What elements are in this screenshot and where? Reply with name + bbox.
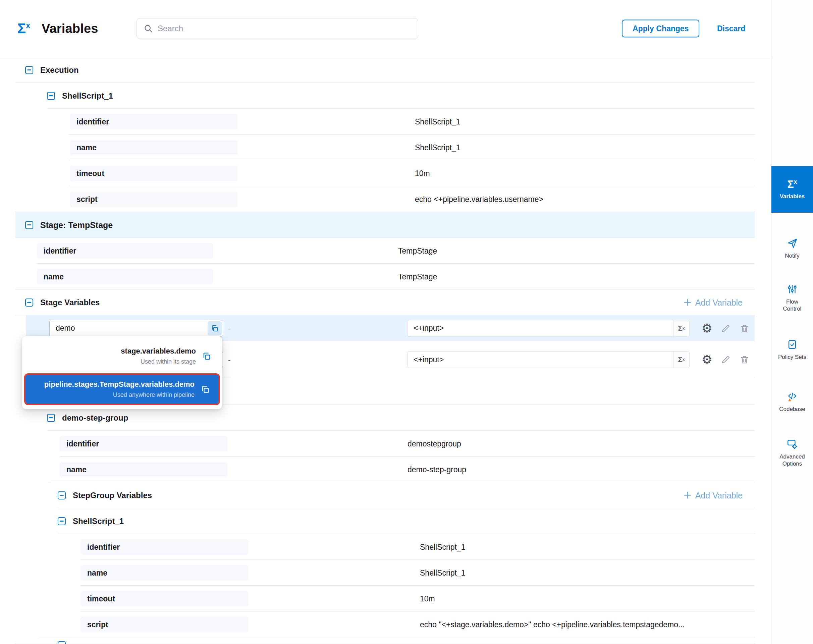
field-label: name xyxy=(37,269,213,284)
sigma-x-icon: Σx xyxy=(787,179,797,190)
collapse-icon[interactable] xyxy=(58,491,66,500)
popup-option-stage-scope[interactable]: stage.variables.demo Used within its sta… xyxy=(22,339,222,372)
collapse-icon[interactable] xyxy=(58,517,66,525)
expression-sigma-icon[interactable]: Σx xyxy=(673,351,689,368)
variable-settings-button[interactable]: ⚙ xyxy=(699,352,715,367)
search-input[interactable] xyxy=(158,24,411,33)
field-label: identifier xyxy=(70,114,238,129)
variable-name-input[interactable]: demo xyxy=(49,320,223,337)
field-label: name xyxy=(80,565,248,581)
collapse-icon[interactable] xyxy=(25,299,33,307)
variable-name-text: demo xyxy=(50,324,208,333)
tree-row-shellscript1-inner: ShellScript_1 xyxy=(0,508,755,534)
variable-reference-popup: stage.variables.demo Used within its sta… xyxy=(22,336,222,409)
copy-icon xyxy=(201,385,210,394)
tree-row-stage-variables: Stage Variables Add Variable xyxy=(0,290,755,315)
variable-value-input[interactable]: <+input> Σx xyxy=(407,351,690,368)
field-value: echo <+pipeline.variables.username> xyxy=(415,195,543,204)
sidebar-item-flow-control[interactable]: Flow Control xyxy=(772,278,813,317)
field-row-script: script echo "<+stage.variables.demo>" ec… xyxy=(0,612,755,637)
section-label: ShellScript_1 xyxy=(62,91,113,101)
page-title: Variables xyxy=(41,21,98,35)
collapse-icon[interactable] xyxy=(25,66,33,74)
variable-description: - xyxy=(228,324,231,333)
popup-option-texts: pipeline.stages.TempStage.variables.demo… xyxy=(44,380,195,399)
section-label: Stage Variables xyxy=(40,298,100,307)
field-label: name xyxy=(60,462,227,477)
expression-sigma-icon[interactable]: Σx xyxy=(673,320,689,336)
discard-button[interactable]: Discard xyxy=(717,24,745,33)
sigma-x-logo-icon: Σx xyxy=(17,20,30,37)
field-label: timeout xyxy=(70,166,238,181)
variable-delete-button[interactable] xyxy=(737,352,752,367)
field-value: ShellScript_1 xyxy=(415,143,460,152)
field-row-timeout: timeout 10m xyxy=(0,160,755,186)
collapse-icon[interactable] xyxy=(58,641,66,644)
field-row-name: name demo-step-group xyxy=(0,457,755,482)
tree-row-execution: Execution xyxy=(0,57,755,83)
tree-row-stage-tempstage: Stage: TempStage xyxy=(0,212,755,238)
variables-panel: Σx Variables Apply Changes Discard Execu… xyxy=(0,0,813,644)
add-variable-button[interactable]: Add Variable xyxy=(683,491,742,500)
trash-icon xyxy=(739,354,750,365)
section-label: StepGroup Variables xyxy=(73,491,152,500)
copy-variable-button[interactable] xyxy=(208,321,222,336)
variable-value-input[interactable]: <+input> Σx xyxy=(407,320,690,337)
panel-header: Σx Variables Apply Changes Discard xyxy=(0,0,771,57)
popup-option-pipeline-scope[interactable]: pipeline.stages.TempStage.variables.demo… xyxy=(24,373,220,405)
field-value: echo "<+stage.variables.demo>" echo <+pi… xyxy=(420,620,684,629)
variable-edit-button[interactable] xyxy=(718,352,733,367)
field-value: demo-step-group xyxy=(408,465,466,474)
tree-row-stepgroup-variables: StepGroup Variables Add Variable xyxy=(0,482,755,508)
variable-edit-button[interactable] xyxy=(718,321,733,336)
section-label: demo-step-group xyxy=(62,413,128,423)
variables-table: Execution ShellScript_1 identifier Shell… xyxy=(0,57,755,644)
field-value: demostepgroup xyxy=(408,439,461,448)
sidebar-item-variables[interactable]: Σx Variables xyxy=(772,166,813,213)
copy-icon xyxy=(211,324,219,333)
field-value: ShellScript_1 xyxy=(415,117,460,126)
field-value: TempStage xyxy=(398,246,437,255)
edit-pencil-icon xyxy=(721,324,731,333)
section-label: Execution xyxy=(40,65,79,75)
codebase-icon xyxy=(787,391,798,402)
edit-pencil-icon xyxy=(721,354,731,365)
field-row-name: name TempStage xyxy=(0,264,755,290)
plus-icon xyxy=(683,491,692,500)
variable-scope: Used anywhere within pipeline xyxy=(44,391,195,399)
add-variable-button[interactable]: Add Variable xyxy=(683,297,742,307)
field-label: identifier xyxy=(60,436,227,451)
copy-icon xyxy=(202,351,211,361)
field-row-identifier: identifier demostepgroup xyxy=(0,431,755,457)
collapse-icon[interactable] xyxy=(25,221,33,229)
variable-value-text: <+input> xyxy=(408,355,673,364)
variable-scope: Used within its stage xyxy=(121,358,196,365)
variable-delete-button[interactable] xyxy=(737,321,752,336)
field-value: ShellScript_1 xyxy=(420,542,466,551)
sidebar-item-codebase[interactable]: Codebase xyxy=(772,386,813,417)
gear-icon: ⚙ xyxy=(702,354,712,366)
field-value: ShellScript_1 xyxy=(420,568,466,577)
tree-row-shellscript1: ShellScript_1 xyxy=(0,83,755,109)
search-box xyxy=(137,18,418,39)
apply-changes-button[interactable]: Apply Changes xyxy=(622,20,699,37)
sidebar-item-advanced-options[interactable]: Advanced Options xyxy=(772,433,813,473)
advanced-options-icon xyxy=(787,439,798,450)
variable-settings-button[interactable]: ⚙ xyxy=(699,321,715,336)
field-value: 10m xyxy=(415,169,430,178)
collapse-icon[interactable] xyxy=(47,414,55,422)
main-column: Σx Variables Apply Changes Discard Execu… xyxy=(0,0,771,644)
partial-row xyxy=(0,637,755,644)
section-label: ShellScript_1 xyxy=(73,517,124,526)
sidebar-item-policy-sets[interactable]: Policy Sets xyxy=(772,330,813,369)
gear-icon: ⚙ xyxy=(702,322,712,334)
variable-description: - xyxy=(228,355,231,364)
variable-path: stage.variables.demo xyxy=(121,347,196,356)
field-row-timeout: timeout 10m xyxy=(0,586,755,612)
field-label: name xyxy=(70,140,238,155)
collapse-icon[interactable] xyxy=(47,92,55,100)
send-icon xyxy=(787,238,798,249)
field-row-identifier: identifier ShellScript_1 xyxy=(0,534,755,560)
field-label: identifier xyxy=(37,243,213,259)
sidebar-item-notify[interactable]: Notify xyxy=(772,233,813,263)
